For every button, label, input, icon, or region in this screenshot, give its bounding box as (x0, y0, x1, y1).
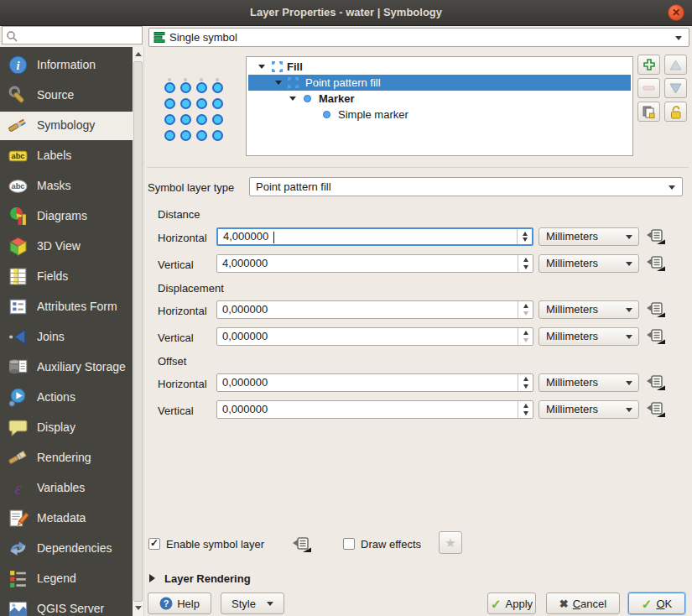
data-defined-override-button[interactable] (646, 255, 666, 272)
move-down-button[interactable] (664, 78, 687, 98)
close-icon[interactable]: ✕ (668, 4, 684, 21)
expand-icon[interactable] (289, 97, 296, 101)
scroll-up-icon[interactable] (135, 52, 142, 56)
chevron-down-icon (669, 185, 675, 190)
spinner-buttons[interactable] (518, 401, 533, 418)
renderer-select[interactable]: Single symbol (148, 28, 689, 47)
spinner-buttons[interactable] (518, 328, 533, 345)
expand-icon[interactable] (275, 81, 282, 85)
sidebar-item-metadata[interactable]: Metadata (0, 504, 133, 533)
offset-horizontal-unit-select[interactable]: Millimeters (539, 373, 639, 392)
offset-vertical-unit-select[interactable]: Millimeters (539, 400, 639, 419)
lock-color-button[interactable] (664, 102, 687, 122)
sidebar-item-source[interactable]: Source (0, 81, 133, 110)
scrollbar-thumb[interactable] (133, 61, 143, 602)
chevron-down-icon (675, 36, 682, 40)
remove-symbol-layer-button[interactable] (637, 78, 660, 98)
distance-horizontal-input[interactable]: 4,000000 (216, 227, 533, 246)
window-title: Layer Properties - water | Symbology (0, 0, 692, 25)
data-defined-override-button[interactable] (646, 228, 666, 245)
dependencies-icon (8, 538, 29, 559)
draw-effects-checkbox[interactable] (343, 538, 355, 550)
collapse-arrow-icon[interactable] (149, 574, 155, 582)
sidebar-item-qgis-server[interactable]: QGIS Server (0, 595, 133, 616)
distance-horizontal-unit-select[interactable]: Millimeters (539, 227, 639, 246)
symbology-icon (8, 115, 29, 136)
titlebar[interactable]: Layer Properties - water | Symbology ✕ (0, 0, 692, 26)
apply-button[interactable]: ✓ Apply (487, 593, 536, 614)
ok-button[interactable]: ✓ OK (628, 593, 685, 614)
sidebar-item-3d-view[interactable]: 3D View (0, 232, 133, 261)
rendering-icon (8, 447, 29, 468)
spin-down-icon (523, 338, 528, 342)
joins-icon (8, 326, 29, 347)
sidebar-item-legend[interactable]: Legend (0, 565, 133, 593)
sidebar-item-auxiliary-storage[interactable]: Auxiliary Storage (0, 353, 133, 382)
marker-icon (304, 95, 311, 102)
cancel-button[interactable]: ✖ Cancel (546, 593, 620, 614)
displacement-vertical-unit-select[interactable]: Millimeters (539, 327, 639, 346)
move-up-button[interactable] (664, 55, 687, 75)
spin-down-icon (523, 411, 528, 415)
data-defined-override-button[interactable] (646, 301, 666, 318)
spinner-buttons[interactable] (518, 301, 533, 318)
metadata-icon (8, 508, 29, 529)
sidebar-item-masks[interactable]: abc Masks (0, 172, 133, 201)
symbol-layer-type-label: Symbol layer type (148, 181, 234, 194)
help-button[interactable]: ? Help (148, 593, 211, 614)
duplicate-symbol-layer-button[interactable] (637, 102, 660, 122)
data-defined-override-button[interactable] (646, 374, 666, 391)
offset-horizontal-label: Horizontal (158, 378, 207, 390)
spinner-buttons[interactable] (517, 229, 532, 244)
star-icon: ★ (445, 535, 455, 551)
scroll-down-icon[interactable] (135, 606, 142, 610)
sidebar-item-diagrams[interactable]: Diagrams (0, 202, 133, 231)
sidebar-item-variables[interactable]: ε Variables (0, 474, 133, 503)
sidebar-item-rendering[interactable]: Rendering (0, 444, 133, 472)
sidebar-item-information[interactable]: i Information (0, 51, 133, 80)
offset-group-label: Offset (158, 355, 186, 368)
pattern-fill-icon (272, 61, 283, 72)
data-defined-override-button[interactable] (646, 401, 666, 418)
text-caret (273, 232, 274, 243)
spinner-buttons[interactable] (518, 374, 533, 391)
spinner-buttons[interactable] (518, 255, 533, 272)
auxiliary-storage-icon (8, 357, 29, 378)
symbol-layer-type-select[interactable]: Point pattern fill (249, 177, 683, 196)
offset-horizontal-input[interactable]: 0,000000 (216, 373, 533, 392)
lock-open-icon (669, 105, 683, 119)
tree-row-point-pattern-fill[interactable]: Point pattern fill (248, 75, 631, 91)
sidebar-item-dependencies[interactable]: Dependencies (0, 535, 133, 563)
data-defined-override-button[interactable] (646, 328, 666, 345)
separator (147, 167, 689, 168)
sidebar-scrollbar[interactable] (133, 47, 144, 616)
offset-vertical-input[interactable]: 0,000000 (216, 400, 533, 419)
sidebar-item-display[interactable]: Display (0, 414, 133, 442)
search-input[interactable] (2, 26, 143, 44)
data-defined-override-button[interactable] (292, 536, 312, 553)
tree-row-marker[interactable]: Marker (247, 91, 632, 107)
sidebar-item-actions[interactable]: Actions (0, 384, 133, 412)
expand-icon[interactable] (258, 65, 265, 69)
tree-row-simple-marker[interactable]: Simple marker (247, 107, 632, 123)
enable-symbol-layer-checkbox[interactable]: ✓ (148, 538, 160, 550)
displacement-vertical-input[interactable]: 0,000000 (216, 327, 533, 346)
layer-rendering-label[interactable]: Layer Rendering (164, 572, 251, 585)
sidebar-item-fields[interactable]: Fields (0, 263, 133, 291)
tree-row-fill[interactable]: Fill (247, 59, 632, 75)
spin-up-icon (523, 304, 528, 308)
attributes-form-icon (8, 296, 29, 317)
sidebar-item-joins[interactable]: Joins (0, 323, 133, 352)
style-button[interactable]: Style (221, 593, 284, 614)
customize-effects-button[interactable]: ★ (439, 531, 462, 554)
displacement-horizontal-input[interactable]: 0,000000 (216, 300, 533, 319)
add-symbol-layer-button[interactable] (637, 55, 660, 75)
sidebar-item-labels[interactable]: abc Labels (0, 142, 133, 170)
chevron-down-icon (626, 335, 632, 339)
check-icon: ✓ (642, 598, 653, 610)
displacement-horizontal-unit-select[interactable]: Millimeters (539, 300, 639, 319)
sidebar-item-attributes-form[interactable]: Attributes Form (0, 293, 133, 321)
distance-vertical-input[interactable]: 4,000000 (216, 254, 533, 273)
sidebar-item-symbology[interactable]: Symbology (0, 112, 133, 140)
distance-vertical-unit-select[interactable]: Millimeters (539, 254, 639, 273)
